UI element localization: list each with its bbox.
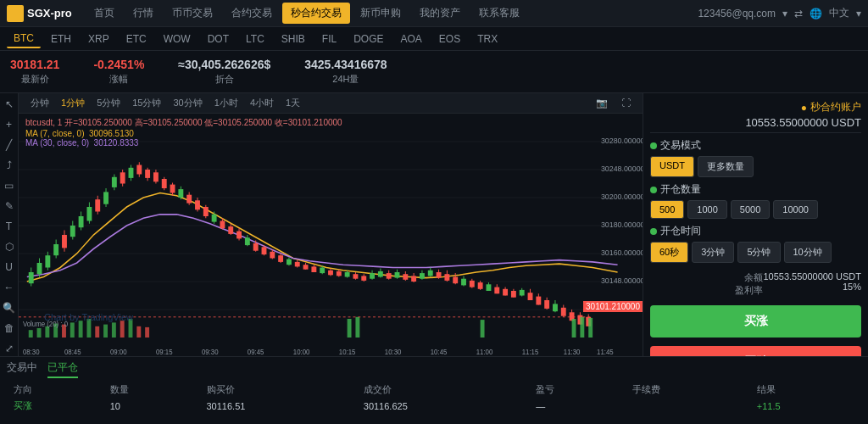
svg-rect-127	[494, 287, 499, 294]
coin-tab-dot[interactable]: DOT	[201, 31, 236, 47]
mode-usdt-btn[interactable]: USDT	[650, 156, 694, 177]
top-nav: SGX-pro 首页 行情 币币交易 合约交易 秒合约交易 新币申购 我的资产 …	[0, 0, 868, 27]
coin-tab-btc[interactable]: BTC	[7, 30, 41, 48]
toolbar-trash-icon[interactable]: 🗑	[2, 321, 17, 336]
coin-tab-eos[interactable]: EOS	[432, 31, 467, 47]
nav-lang-arrow[interactable]: ▾	[856, 8, 861, 20]
svg-text:09:45: 09:45	[248, 347, 264, 356]
svg-rect-71	[262, 247, 267, 254]
chart-time-15m[interactable]: 15分钟	[127, 95, 166, 111]
coin-tab-xrp[interactable]: XRP	[81, 31, 116, 47]
positions-table: 方向 数量 购买价 成交价 盈亏 手续费 结果 买涨 10 30116.51 3…	[7, 382, 861, 414]
qty-500-btn[interactable]: 500	[650, 200, 684, 219]
nav-user[interactable]: 123456@qq.com	[698, 8, 776, 20]
qty-10000-btn[interactable]: 10000	[773, 200, 818, 219]
svg-rect-143	[561, 308, 566, 316]
qty-1000-btn[interactable]: 1000	[687, 200, 726, 219]
nav-switch-icon[interactable]: ⇄	[794, 8, 803, 20]
nav-globe-icon[interactable]: 🌐	[810, 8, 822, 20]
coin-tab-trx[interactable]: TRX	[470, 31, 504, 47]
nav-dropdown-icon[interactable]: ▾	[782, 8, 787, 20]
chart-time-30m[interactable]: 30分钟	[169, 95, 208, 111]
chart-time-1h[interactable]: 1小时	[209, 95, 243, 111]
chart-time-4h[interactable]: 4小时	[245, 95, 279, 111]
toolbar-arrow-left-icon[interactable]: ←	[2, 280, 17, 295]
svg-rect-57	[203, 207, 209, 216]
nav-coin-trade[interactable]: 币币交易	[164, 3, 221, 24]
trade-mode-section: 交易模式 USDT 更多数量	[650, 138, 861, 177]
toolbar-line-icon[interactable]: ╱	[2, 137, 17, 153]
chart-time-1m[interactable]: 1分钟	[56, 95, 90, 111]
toolbar-crosshair-icon[interactable]: +	[2, 117, 17, 132]
svg-rect-85	[320, 268, 325, 274]
nav-right: 123456@qq.com ▾ ⇄ 🌐 中文 ▾	[698, 6, 861, 20]
table-row: 买涨 10 30116.51 30116.625 — +11.5	[7, 398, 861, 414]
coin-tab-wow[interactable]: WOW	[157, 31, 198, 47]
svg-rect-73	[270, 252, 275, 259]
svg-rect-75	[278, 255, 283, 262]
buy-up-button[interactable]: 买涨	[650, 305, 861, 338]
time-3m-btn[interactable]: 3分钟	[692, 242, 734, 263]
chart-info-line3: MA (30, close, 0) 30120.8333	[25, 138, 342, 148]
toolbar-rect-icon[interactable]: ▭	[2, 178, 17, 193]
nav-ipo[interactable]: 新币申购	[352, 3, 409, 24]
logo-icon	[7, 5, 24, 22]
chart-time-1d[interactable]: 1天	[281, 95, 305, 111]
svg-rect-131	[511, 291, 516, 298]
nav-language[interactable]: 中文	[829, 6, 849, 20]
svg-rect-103	[395, 272, 400, 278]
svg-rect-169	[580, 317, 584, 338]
qty-5000-btn[interactable]: 5000	[731, 200, 770, 219]
mode-more-btn[interactable]: 更多数量	[698, 156, 754, 177]
svg-text:11:00: 11:00	[476, 347, 493, 356]
svg-rect-37	[120, 172, 125, 183]
buy-down-button[interactable]: 买跌	[650, 346, 861, 356]
toolbar-expand-icon[interactable]: ⤢	[2, 341, 17, 356]
nav-assets[interactable]: 我的资产	[411, 3, 469, 24]
coin-tab-aoa[interactable]: AOA	[394, 31, 429, 47]
svg-rect-29	[86, 207, 92, 221]
toolbar-cursor-icon[interactable]: ↖	[2, 97, 17, 112]
chart-screenshot-icon[interactable]: 📷	[591, 96, 613, 110]
svg-rect-31	[95, 199, 100, 211]
toolbar-trend-icon[interactable]: ⤴	[2, 158, 17, 173]
cell-deal-price: 30116.625	[357, 398, 530, 414]
svg-rect-93	[353, 274, 358, 279]
coin-tab-shib[interactable]: SHIB	[275, 31, 312, 47]
svg-rect-15	[29, 272, 34, 283]
toolbar-text-icon[interactable]: T	[2, 219, 17, 234]
coin-tab-doge[interactable]: DOGE	[347, 31, 390, 47]
chart-fullscreen-icon[interactable]: ⛶	[616, 96, 636, 110]
nav-second-futures[interactable]: 秒合约交易	[282, 3, 350, 24]
toolbar-pencil-icon[interactable]: ✎	[2, 198, 17, 214]
trade-mode-title: 交易模式	[650, 138, 861, 153]
svg-rect-115	[444, 274, 449, 281]
time-60s-btn[interactable]: 60秒	[650, 242, 688, 263]
svg-rect-61	[220, 221, 225, 229]
logo-text: SGX-pro	[27, 7, 72, 20]
time-5m-btn[interactable]: 5分钟	[737, 242, 780, 263]
chart-time-5m[interactable]: 5分钟	[92, 95, 125, 111]
nav-futures[interactable]: 合约交易	[223, 3, 281, 24]
toolbar-zoom-icon[interactable]: 🔍	[2, 300, 17, 315]
svg-rect-83	[311, 266, 316, 272]
coin-tab-ltc[interactable]: LTC	[239, 31, 271, 47]
svg-text:30200.000000: 30200.000000	[601, 192, 643, 202]
nav-market[interactable]: 行情	[125, 3, 162, 24]
nav-home[interactable]: 首页	[86, 3, 123, 24]
volume-value: 3425.43416678	[304, 58, 387, 71]
bottom-tab-trading[interactable]: 交易中	[7, 360, 37, 378]
chart-type-candle[interactable]: 分钟	[25, 95, 54, 111]
toolbar-measure-icon[interactable]: ⬡	[2, 239, 17, 254]
svg-rect-155	[70, 322, 75, 338]
svg-rect-129	[503, 289, 508, 296]
time-10m-btn[interactable]: 10分钟	[784, 242, 832, 263]
coin-tab-eth[interactable]: ETH	[44, 31, 78, 47]
toolbar-magnet-icon[interactable]: U	[2, 259, 17, 275]
coin-tab-etc[interactable]: ETC	[120, 31, 153, 47]
svg-rect-17	[37, 263, 42, 274]
svg-rect-79	[295, 262, 300, 267]
nav-support[interactable]: 联系客服	[470, 3, 528, 24]
coin-tab-fil[interactable]: FIL	[315, 31, 343, 47]
bottom-tab-closed[interactable]: 已平仓	[47, 360, 78, 378]
